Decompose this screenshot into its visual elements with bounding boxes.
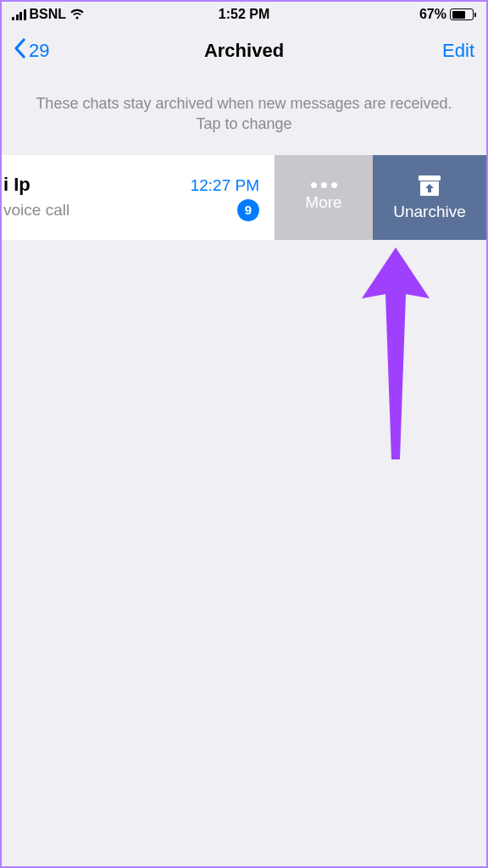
chat-subtitle: voice call [3, 201, 69, 220]
chat-time: 12:27 PM [191, 176, 259, 195]
battery-percent: 67% [419, 7, 446, 22]
chevron-left-icon [14, 38, 25, 64]
archive-info-text[interactable]: These chats stay archived when new messa… [2, 75, 486, 155]
svg-rect-0 [419, 175, 441, 181]
status-right: 67% [419, 7, 476, 22]
status-bar: BSNL 1:52 PM 67% [2, 2, 486, 27]
back-count: 29 [29, 40, 49, 62]
back-button[interactable]: 29 [14, 38, 49, 64]
swipe-more-label: More [305, 193, 341, 212]
unarchive-icon [417, 174, 442, 198]
edit-button[interactable]: Edit [442, 40, 474, 62]
chat-content[interactable]: i Ip 12:27 PM voice call 9 [2, 155, 274, 240]
swipe-unarchive-button[interactable]: Unarchive [373, 155, 486, 240]
wifi-icon [69, 8, 85, 20]
swipe-more-button[interactable]: More [274, 155, 373, 240]
swipe-unarchive-label: Unarchive [393, 203, 466, 221]
carrier-label: BSNL [30, 7, 67, 22]
status-left: BSNL [12, 7, 85, 22]
battery-icon [450, 8, 476, 20]
more-icon [311, 182, 337, 188]
chat-row[interactable]: i Ip 12:27 PM voice call 9 More Unarchiv… [2, 155, 486, 240]
unread-badge: 9 [237, 199, 259, 221]
signal-icon [12, 9, 26, 20]
page-title: Archived [204, 40, 284, 62]
status-time: 1:52 PM [219, 7, 269, 22]
chat-name: i Ip [3, 174, 30, 196]
nav-bar: 29 Archived Edit [2, 27, 486, 75]
annotation-arrow-icon [345, 248, 446, 471]
